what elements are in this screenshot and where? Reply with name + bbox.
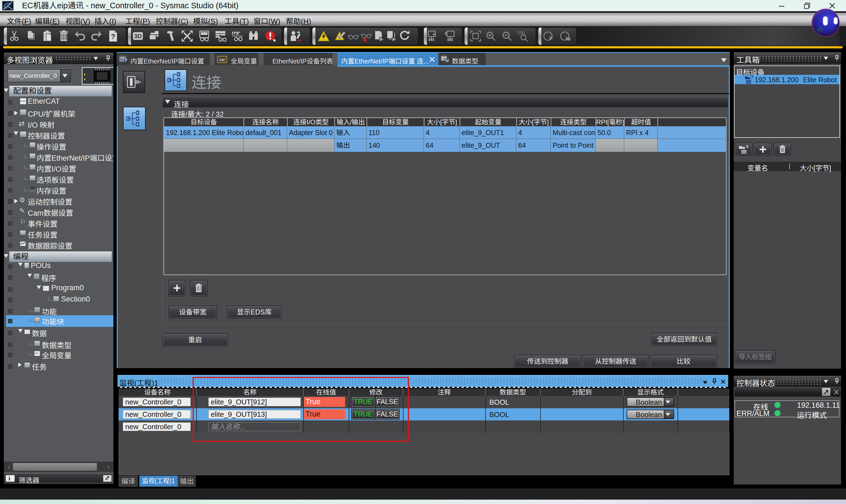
svg-text:?: ? <box>111 33 115 41</box>
svg-text:100: 100 <box>517 31 525 35</box>
svg-text:3D: 3D <box>134 33 142 40</box>
svg-text:var: var <box>219 57 225 62</box>
svg-text:EIP: EIP <box>120 59 124 61</box>
